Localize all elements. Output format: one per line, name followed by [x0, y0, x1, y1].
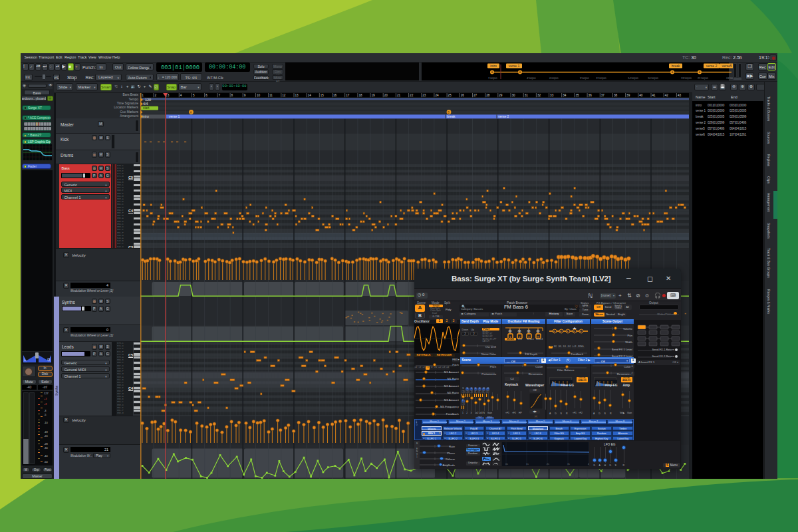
- svg-text:2: 2: [155, 94, 157, 97]
- svg-text:42: 42: [665, 94, 669, 97]
- svg-text:14: 14: [308, 94, 312, 97]
- svg-text:2s: 2s: [547, 463, 549, 466]
- svg-text:5: 5: [193, 94, 195, 97]
- svg-text:25: 25: [448, 94, 452, 97]
- svg-text:4: 4: [180, 94, 182, 97]
- svg-text:21'00|00: 21'00|00: [698, 76, 709, 80]
- svg-text:3s: 3s: [567, 463, 570, 466]
- svg-text:verse 2: verse 2: [498, 114, 509, 118]
- svg-text:14'00|00: 14'00|00: [628, 76, 639, 80]
- svg-text:verse 1: verse 1: [509, 64, 520, 68]
- svg-text:0s: 0s: [505, 463, 508, 466]
- svg-text:36: 36: [589, 94, 593, 97]
- svg-text:B: B: [448, 110, 450, 114]
- svg-text:A: A: [190, 110, 192, 114]
- svg-text:11'00|00: 11'00|00: [596, 76, 606, 80]
- svg-text:break: break: [672, 64, 680, 68]
- svg-text:41: 41: [652, 94, 656, 97]
- svg-text:15: 15: [321, 94, 325, 97]
- svg-text:F: F: [560, 331, 561, 333]
- svg-text:break: break: [447, 114, 456, 118]
- svg-text:23: 23: [422, 94, 426, 97]
- svg-text:18: 18: [358, 94, 362, 97]
- svg-text:6: 6: [205, 94, 207, 97]
- svg-text:1: 1: [142, 94, 144, 97]
- svg-text:30: 30: [512, 94, 516, 97]
- svg-text:1'00|00: 1'00|00: [488, 76, 497, 80]
- svg-text:intro: intro: [142, 114, 149, 118]
- svg-text:19'00|00: 19'00|00: [681, 76, 692, 80]
- svg-text:10: 10: [257, 94, 261, 97]
- svg-text:29: 29: [499, 94, 503, 97]
- svg-text:17: 17: [346, 94, 350, 97]
- svg-text:9'00|00: 9'00|00: [580, 76, 589, 80]
- svg-text:38: 38: [614, 94, 618, 97]
- svg-text:7: 7: [218, 94, 220, 97]
- svg-text:20: 20: [384, 94, 388, 97]
- svg-text:F: F: [567, 331, 568, 333]
- svg-text:19: 19: [372, 94, 376, 97]
- svg-text:F: F: [553, 331, 555, 333]
- svg-text:31: 31: [525, 94, 529, 97]
- svg-text:24'00|00: 24'00|00: [726, 76, 733, 80]
- svg-text:9: 9: [244, 94, 246, 97]
- svg-text:16'00|00: 16'00|00: [648, 76, 659, 80]
- svg-text:11: 11: [269, 94, 273, 97]
- svg-text:6'00|00: 6'00|00: [549, 76, 559, 80]
- svg-text:F: F: [573, 331, 575, 333]
- svg-text:4'00|00: 4'00|00: [527, 76, 536, 80]
- svg-text:intro: intro: [490, 64, 497, 68]
- svg-text:32: 32: [537, 94, 541, 97]
- svg-text:120: 120: [145, 98, 151, 102]
- svg-text:R: R: [47, 358, 51, 362]
- svg-text:4s: 4s: [588, 463, 589, 466]
- svg-text:12: 12: [282, 94, 286, 97]
- svg-text:40: 40: [639, 94, 643, 97]
- svg-text:27: 27: [473, 94, 477, 97]
- svg-text:start: start: [143, 106, 150, 110]
- svg-text:4/4: 4/4: [143, 102, 148, 106]
- svg-text:verse5: verse5: [722, 64, 732, 68]
- svg-text:22: 22: [410, 94, 414, 97]
- svg-text:13: 13: [295, 94, 299, 97]
- svg-text:16: 16: [333, 94, 337, 97]
- svg-text:26: 26: [461, 94, 465, 97]
- svg-text:F: F: [580, 331, 581, 333]
- svg-text:43: 43: [678, 94, 682, 97]
- svg-text:34: 34: [563, 94, 567, 97]
- svg-text:24: 24: [435, 94, 439, 97]
- svg-text:8: 8: [231, 94, 233, 97]
- svg-text:1s: 1s: [526, 463, 529, 466]
- svg-text:verse 2: verse 2: [706, 64, 718, 68]
- svg-text:33: 33: [550, 94, 554, 97]
- svg-text:39: 39: [626, 94, 630, 97]
- svg-text:28: 28: [486, 94, 490, 97]
- svg-text:21: 21: [397, 94, 401, 97]
- svg-text:35: 35: [575, 94, 579, 97]
- svg-text:37: 37: [601, 94, 605, 97]
- svg-text:verse 1: verse 1: [169, 114, 180, 118]
- svg-text:3: 3: [168, 94, 170, 97]
